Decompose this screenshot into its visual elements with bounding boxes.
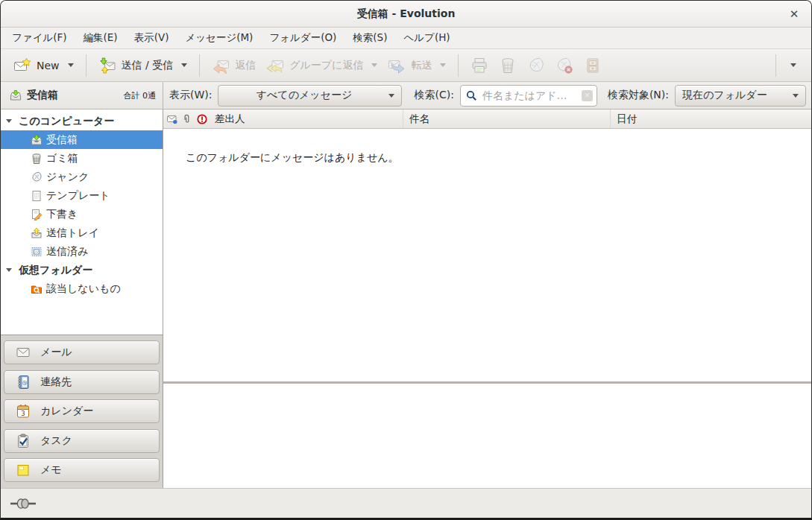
mail-pane: 差出人 件名 日付 このフォルダーにメッセージはありません。 [163, 110, 811, 488]
menu-edit[interactable]: 編集(E) [75, 28, 126, 48]
preview-pane [163, 384, 811, 488]
folder-bar: 受信箱 合計 0通 表示(W): すべてのメッセージ 検索(C): ✕ 検索対象… [1, 82, 811, 110]
menu-message[interactable]: メッセージ(M) [177, 28, 261, 48]
view-filter-value: すべてのメッセージ [225, 89, 383, 102]
column-label-subject: 件名 [409, 112, 429, 126]
folder-drafts[interactable]: 下書き [1, 205, 163, 223]
switcher-label: タスク [40, 434, 72, 448]
svg-text:@: @ [22, 379, 28, 385]
reply-button[interactable]: 返信 [207, 53, 261, 78]
printer-icon [470, 57, 488, 74]
switcher-calendar-button[interactable]: 3 カレンダー [4, 399, 160, 423]
expander-icon[interactable] [6, 119, 12, 123]
menu-folder[interactable]: フォルダー(O) [261, 28, 344, 48]
tree-group-label: このコンピューター [19, 115, 114, 128]
switcher-memos-button[interactable]: メモ [4, 458, 160, 482]
column-label-date: 日付 [617, 112, 637, 126]
folder-outbox[interactable]: 送信トレイ [1, 223, 163, 242]
group-reply-button[interactable]: グループに返信 [261, 53, 383, 78]
archive-button[interactable] [579, 53, 607, 78]
message-list[interactable]: このフォルダーにメッセージはありません。 [163, 129, 811, 381]
search-scope-value: 現在のフォルダー [682, 89, 787, 102]
group-reply-label: グループに返信 [289, 59, 363, 72]
tasks-clipboard-icon [16, 434, 31, 448]
folder-sent[interactable]: 送信済み [1, 242, 163, 261]
menu-file[interactable]: ファイル(F) [4, 28, 75, 48]
clear-search-icon[interactable]: ✕ [582, 90, 593, 101]
switcher-label: メモ [40, 463, 62, 477]
mail-icon [16, 345, 31, 360]
menu-search[interactable]: 検索(S) [344, 28, 395, 48]
evolution-window: 受信箱 - Evolution ✕ ファイル(F) 編集(E) 表示(V) メッ… [0, 0, 812, 520]
not-junk-icon [556, 57, 573, 74]
folder-trash[interactable]: ゴミ箱 [1, 149, 163, 168]
folder-inbox[interactable]: 受信箱 [1, 130, 163, 149]
folder-label: ゴミ箱 [46, 152, 78, 165]
message-count: 合計 0通 [124, 90, 157, 101]
column-header-date[interactable]: 日付 [611, 110, 811, 128]
switcher-mail-button[interactable]: メール [4, 340, 160, 364]
folder-info-panel: 受信箱 合計 0通 [1, 82, 163, 109]
status-bar [1, 488, 811, 518]
toolbar-overflow-button[interactable] [783, 60, 804, 71]
folder-label: 送信トレイ [46, 226, 99, 240]
empty-folder-message: このフォルダーにメッセージはありません。 [186, 151, 399, 165]
toolbar-separator [199, 54, 200, 77]
show-filter-label: 表示(W): [169, 89, 212, 102]
send-receive-icon [98, 57, 116, 74]
close-window-button[interactable]: ✕ [786, 6, 802, 22]
main-content: このコンピューター 受信箱 ゴミ箱 [1, 110, 811, 488]
memo-note-icon [16, 463, 31, 478]
folder-unmatched[interactable]: 該当しないもの [1, 279, 163, 298]
junk-button[interactable] [522, 53, 550, 78]
menu-help[interactable]: ヘルプ(H) [395, 28, 458, 48]
tree-group-label: 仮想フォルダー [19, 264, 92, 277]
group-reply-icon [266, 57, 284, 74]
view-filter-dropdown[interactable]: すべてのメッセージ [218, 85, 402, 107]
send-receive-button[interactable]: 送信 / 受信 [93, 53, 193, 78]
tree-group-search-folders[interactable]: 仮想フォルダー [1, 261, 163, 279]
sidebar: このコンピューター 受信箱 ゴミ箱 [1, 110, 163, 488]
new-dropdown-arrow-icon[interactable] [68, 63, 74, 67]
folder-label: 該当しないもの [46, 282, 121, 296]
delete-button[interactable] [494, 53, 522, 78]
online-status-button[interactable] [10, 497, 37, 510]
calendar-icon: 3 [16, 404, 31, 419]
current-folder-name: 受信箱 [27, 89, 58, 102]
folder-label: ジャンク [46, 171, 89, 184]
junk-icon [527, 57, 545, 74]
switcher-tasks-button[interactable]: タスク [4, 429, 160, 453]
print-button[interactable] [465, 53, 494, 78]
send-receive-dropdown-arrow-icon[interactable] [181, 63, 187, 67]
column-header-subject[interactable]: 件名 [403, 110, 611, 128]
menu-view[interactable]: 表示(V) [126, 28, 177, 48]
forward-icon [388, 57, 406, 74]
not-junk-button[interactable] [550, 53, 579, 78]
forward-button[interactable]: 転送 [383, 53, 451, 78]
toolbar-separator [86, 54, 86, 77]
archive-cabinet-icon [584, 57, 602, 74]
expander-icon[interactable] [6, 268, 12, 272]
search-scope-arrow-icon [793, 94, 799, 98]
folder-junk[interactable]: ジャンク [1, 168, 163, 186]
online-plug-icon [10, 497, 37, 510]
folder-tree: このコンピューター 受信箱 ゴミ箱 [1, 110, 163, 335]
new-mail-icon [13, 57, 31, 74]
column-header-from[interactable]: 差出人 [163, 110, 403, 128]
group-reply-dropdown-arrow-icon[interactable] [371, 63, 377, 67]
folder-label: 受信箱 [46, 133, 78, 147]
switcher-contacts-button[interactable]: @ 連絡先 [4, 370, 160, 394]
inbox-icon [10, 89, 22, 101]
trash-icon [499, 57, 517, 74]
read-status-icon [167, 114, 177, 124]
search-input[interactable] [481, 89, 578, 102]
search-scope-dropdown[interactable]: 現在のフォルダー [675, 85, 806, 107]
forward-dropdown-arrow-icon[interactable] [440, 63, 446, 67]
reply-icon [212, 57, 230, 74]
tree-group-this-computer[interactable]: このコンピューター [1, 112, 163, 130]
search-label: 検索(C): [414, 89, 453, 102]
new-button[interactable]: New [8, 53, 79, 78]
search-scope-label: 検索対象(N): [608, 89, 669, 102]
toolbar-separator [458, 54, 459, 77]
folder-templates[interactable]: テンプレート [1, 186, 163, 205]
